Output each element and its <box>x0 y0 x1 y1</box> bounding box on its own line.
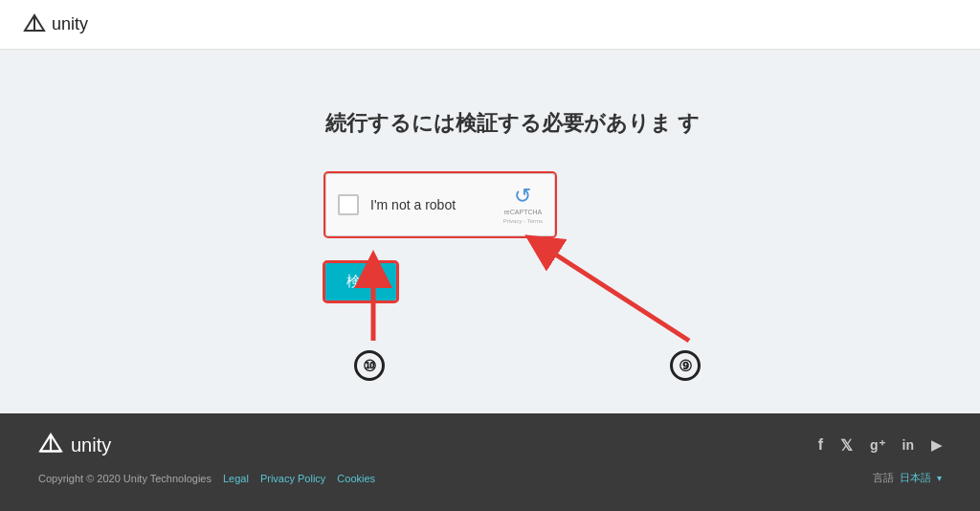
page-title: 続行するには検証する必要がありま す <box>325 107 700 139</box>
cookies-link[interactable]: Cookies <box>337 473 375 484</box>
chevron-down-icon: ▾ <box>937 473 942 483</box>
header: unity <box>0 0 980 50</box>
privacy-policy-link[interactable]: Privacy Policy <box>260 473 325 484</box>
language-label: 言語 <box>873 471 894 485</box>
footer: unity f 𝕏 g⁺ in ▶ Copyright © 2020 Unity… <box>0 413 980 511</box>
twitter-link[interactable]: 𝕏 <box>840 436 853 455</box>
recaptcha-widget[interactable]: I'm not a robot ↺ reCAPTCHA Privacy - Te… <box>325 173 804 236</box>
recaptcha-icon: ↺ <box>514 186 531 207</box>
recaptcha-box[interactable]: I'm not a robot ↺ reCAPTCHA Privacy - Te… <box>325 173 555 236</box>
footer-social: f 𝕏 g⁺ in ▶ <box>818 436 942 455</box>
header-logo: unity <box>23 13 88 36</box>
linkedin-link[interactable]: in <box>902 437 914 453</box>
unity-logo-icon <box>23 13 46 36</box>
recaptcha-label: I'm not a robot <box>370 197 503 212</box>
language-value[interactable]: 日本語 <box>900 471 931 485</box>
verify-button[interactable]: 検証 <box>325 263 396 300</box>
googleplus-link[interactable]: g⁺ <box>870 437 885 453</box>
footer-top: unity f 𝕏 g⁺ in ▶ <box>38 433 942 457</box>
verify-button-wrapper: 検証 <box>325 263 396 300</box>
main-content: 続行するには検証する必要がありま す I'm not a robot ↺ reC… <box>0 50 980 413</box>
facebook-link[interactable]: f <box>818 436 823 454</box>
recaptcha-checkbox[interactable] <box>338 194 359 215</box>
header-logo-text: unity <box>52 14 88 34</box>
footer-bottom-left: Copyright © 2020 Unity Technologies Lega… <box>38 473 375 484</box>
footer-bottom: Copyright © 2020 Unity Technologies Lega… <box>38 471 942 485</box>
recaptcha-logo: ↺ reCAPTCHA Privacy - Terms <box>503 186 543 224</box>
annotation-10: ⑩ <box>354 350 385 381</box>
copyright-text: Copyright © 2020 Unity Technologies <box>38 473 212 484</box>
svg-line-4 <box>541 245 689 341</box>
footer-unity-icon <box>38 433 63 457</box>
recaptcha-brand-sub: Privacy - Terms <box>503 218 543 224</box>
recaptcha-brand: reCAPTCHA <box>504 209 543 216</box>
footer-logo: unity <box>38 433 111 457</box>
footer-language-selector[interactable]: 言語 日本語 ▾ <box>873 471 942 485</box>
youtube-link[interactable]: ▶ <box>931 437 942 453</box>
legal-link[interactable]: Legal <box>223 473 249 484</box>
annotation-9: ⑨ <box>670 350 701 381</box>
footer-logo-text: unity <box>71 434 111 456</box>
